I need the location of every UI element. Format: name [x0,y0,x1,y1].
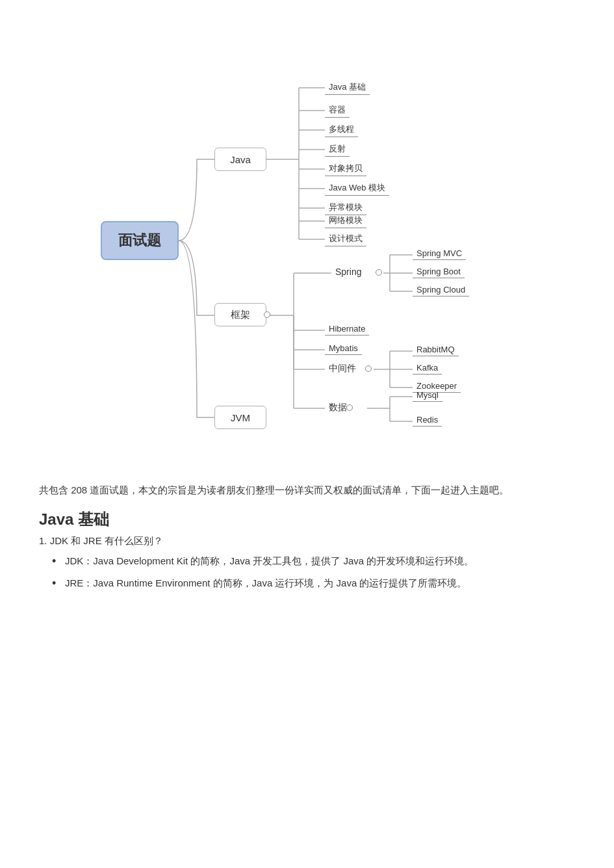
leaf-redis: Redis [413,414,442,427]
central-node: 面试题 [101,221,179,260]
dot-middleware [365,365,372,372]
mindmap-lines [0,20,614,475]
intro-text: 共包含 208 道面试题，本文的宗旨是为读者朋友们整理一份详实而又权威的面试清单… [39,481,582,499]
branch-kuangjia: 框架 [214,303,266,326]
question-1-title: 1. JDK 和 JRE 有什么区别？ [39,535,582,547]
dot-spring [376,269,382,276]
leaf-java-5: 对象拷贝 [325,161,366,176]
leaf-rabbitmq: RabbitMQ [413,343,459,356]
sub-middleware: 中间件 [325,362,360,376]
branch-kuangjia-label: 框架 [231,309,250,321]
mindmap-area: 面试题 Java Java 基础 容器 多线程 反射 对象拷贝 Java Web… [0,20,614,475]
leaf-java-1: Java 基础 [325,80,370,95]
bullet-jre: JRE：Java Runtime Environment 的简称，Java 运行… [52,575,582,592]
leaf-spring-mvc: Spring MVC [413,247,466,260]
dot-kuangjia [264,311,270,318]
branch-java: Java [214,148,266,171]
leaf-mybatis: Mybatis [325,342,362,355]
leaf-java-6: Java Web 模块 [325,181,389,196]
leaf-java-4: 反射 [325,142,350,157]
question-1-list: JDK：Java Development Kit 的简称，Java 开发工具包，… [39,553,582,591]
bullet-jdk: JDK：Java Development Kit 的简称，Java 开发工具包，… [52,553,582,570]
leaf-kafka: Kafka [413,362,442,375]
leaf-java-8: 网络模块 [325,213,366,228]
leaf-hibernate: Hibernate [325,322,369,335]
branch-jvm: JVM [214,406,266,429]
leaf-spring-boot: Spring Boot [413,265,465,278]
leaf-mysql: Mysql [413,389,442,402]
leaf-spring-cloud: Spring Cloud [413,283,469,296]
page-container: 面试题 Java Java 基础 容器 多线程 反射 对象拷贝 Java Web… [0,0,614,622]
central-label: 面试题 [118,231,161,250]
dot-data [346,404,353,411]
leaf-java-2: 容器 [325,103,350,118]
sub-spring: Spring [331,265,365,278]
branch-java-label: Java [230,154,251,165]
leaf-java-9: 设计模式 [325,231,366,246]
content-section: 共包含 208 道面试题，本文的宗旨是为读者朋友们整理一份详实而又权威的面试清单… [0,481,614,591]
leaf-java-3: 多线程 [325,122,358,137]
branch-jvm-label: JVM [231,412,250,423]
section-title-java: Java 基础 [39,509,582,530]
